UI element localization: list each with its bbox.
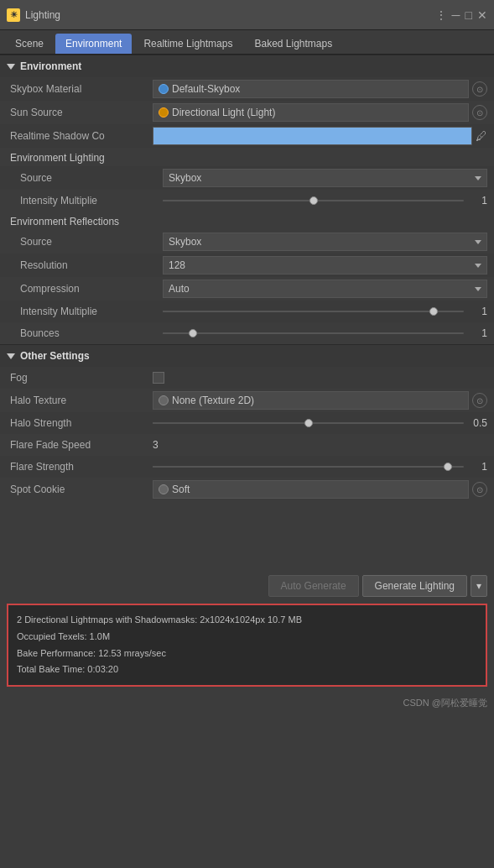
- environment-header-label: Environment: [20, 60, 81, 72]
- environment-header[interactable]: Environment: [0, 55, 494, 77]
- env-lighting-intensity-value: 1: [163, 195, 487, 207]
- tab-baked-lightmaps[interactable]: Baked Lightmaps: [244, 34, 342, 54]
- sun-target-button[interactable]: ⊙: [472, 105, 487, 120]
- env-refl-resolution-row: Resolution 128: [0, 254, 494, 277]
- sun-source-row: Sun Source Directional Light (Light) ⊙: [0, 101, 494, 124]
- env-refl-intensity-val: 1: [467, 306, 487, 317]
- halo-texture-value: None (Texture 2D) ⊙: [153, 391, 487, 410]
- env-refl-bounces-thumb: [189, 329, 197, 337]
- sun-source-label: Sun Source: [10, 107, 153, 118]
- fog-row: Fog: [0, 367, 494, 389]
- flare-strength-val: 1: [467, 461, 487, 473]
- flare-strength-label: Flare Strength: [10, 461, 153, 473]
- tab-realtime-lightmaps[interactable]: Realtime Lightmaps: [133, 34, 242, 54]
- spot-cookie-value: Soft ⊙: [153, 480, 487, 499]
- menu-icon[interactable]: ⋮: [435, 8, 447, 22]
- skybox-material-value: Default-Skybox ⊙: [153, 80, 487, 98]
- env-refl-intensity-thumb: [429, 307, 438, 316]
- other-settings-triangle: [7, 353, 15, 359]
- footer-text: CSDN @阿松爱睡觉: [403, 698, 487, 708]
- flare-strength-fill: [153, 466, 448, 468]
- flare-strength-slider[interactable]: [153, 466, 464, 468]
- environment-section: Environment Skybox Material Default-Skyb…: [0, 55, 494, 344]
- env-reflections-label: Environment Reflections: [0, 212, 494, 230]
- env-refl-bounces-row: Bounces 1: [0, 322, 494, 344]
- skybox-material-text: Default-Skybox: [172, 83, 240, 95]
- env-lighting-intensity-slider[interactable]: [163, 200, 464, 201]
- env-refl-source-row: Source Skybox: [0, 230, 494, 254]
- env-refl-source-value: Skybox: [163, 233, 487, 251]
- halo-strength-slider[interactable]: [153, 422, 464, 424]
- spot-cookie-dot: [159, 484, 169, 494]
- env-refl-source-label: Source: [20, 236, 163, 248]
- halo-texture-text: None (Texture 2D): [172, 395, 254, 406]
- fog-checkbox[interactable]: [153, 372, 164, 384]
- env-refl-resolution-text: 128: [169, 259, 185, 271]
- halo-strength-val: 0.5: [467, 417, 487, 429]
- spot-cookie-target-button[interactable]: ⊙: [472, 482, 487, 497]
- flare-fade-speed-text: 3: [153, 439, 159, 451]
- env-refl-source-arrow: [475, 240, 481, 244]
- halo-texture-field[interactable]: None (Texture 2D): [153, 391, 469, 410]
- tab-environment[interactable]: Environment: [55, 34, 132, 54]
- env-refl-intensity-value: 1: [163, 306, 487, 317]
- env-refl-bounces-slider[interactable]: [163, 332, 464, 334]
- halo-strength-row: Halo Strength 0.5: [0, 412, 494, 434]
- realtime-shadow-label: Realtime Shadow Co: [10, 130, 153, 142]
- collapse-triangle: [7, 64, 15, 70]
- halo-texture-target-button[interactable]: ⊙: [472, 393, 487, 408]
- flare-strength-value: 1: [153, 461, 487, 473]
- env-lighting-intensity-val: 1: [467, 195, 487, 207]
- env-refl-bounces-value: 1: [163, 327, 487, 339]
- env-refl-source-dropdown[interactable]: Skybox: [163, 233, 487, 251]
- eyedropper-icon[interactable]: 🖊: [476, 129, 487, 143]
- env-lighting-source-arrow: [475, 176, 481, 180]
- env-lighting-source-row: Source Skybox: [0, 166, 494, 190]
- env-refl-compression-row: Compression Auto: [0, 277, 494, 301]
- flare-strength-track: [153, 466, 464, 468]
- halo-texture-label: Halo Texture: [10, 395, 153, 406]
- env-refl-bounces-val: 1: [467, 327, 487, 339]
- env-refl-source-text: Skybox: [169, 236, 201, 248]
- sun-dot-icon: [159, 107, 169, 118]
- title-bar-left: ☀ Lighting: [7, 8, 60, 22]
- maximize-icon[interactable]: □: [465, 8, 472, 22]
- env-lighting-intensity-thumb: [309, 196, 318, 205]
- halo-texture-dot: [159, 395, 169, 405]
- spot-cookie-label: Spot Cookie: [10, 484, 153, 495]
- skybox-dot-icon: [159, 84, 169, 94]
- window-title: Lighting: [25, 9, 60, 21]
- tab-scene[interactable]: Scene: [5, 34, 54, 54]
- skybox-material-label: Skybox Material: [10, 83, 153, 95]
- minimize-icon[interactable]: ─: [452, 8, 460, 22]
- flare-fade-speed-row: Flare Fade Speed 3: [0, 434, 494, 456]
- spot-cookie-text: Soft: [172, 484, 190, 495]
- footer: CSDN @阿松爱睡觉: [0, 693, 494, 713]
- sun-source-field[interactable]: Directional Light (Light): [153, 103, 469, 122]
- spot-cookie-field[interactable]: Soft: [153, 480, 469, 499]
- close-icon[interactable]: ✕: [477, 8, 487, 22]
- realtime-shadow-color[interactable]: [153, 127, 472, 145]
- env-refl-resolution-dropdown[interactable]: 128: [163, 256, 487, 275]
- auto-generate-button[interactable]: Auto Generate: [268, 575, 359, 597]
- env-refl-compression-text: Auto: [169, 283, 190, 295]
- generate-lighting-button[interactable]: Generate Lighting: [362, 575, 467, 597]
- halo-strength-fill: [153, 422, 309, 424]
- halo-strength-label: Halo Strength: [10, 417, 153, 429]
- generate-lighting-arrow-button[interactable]: ▾: [471, 575, 487, 597]
- env-refl-bounces-label: Bounces: [20, 327, 163, 339]
- other-settings-header[interactable]: Other Settings: [0, 344, 494, 367]
- halo-strength-thumb: [304, 419, 313, 427]
- lighting-icon: ☀: [7, 8, 20, 22]
- skybox-material-field[interactable]: Default-Skybox: [153, 80, 469, 98]
- skybox-material-row: Skybox Material Default-Skybox ⊙: [0, 77, 494, 101]
- status-line1: 2 Directional Lightmaps with Shadowmasks…: [17, 612, 477, 629]
- skybox-target-button[interactable]: ⊙: [472, 81, 487, 97]
- env-lighting-source-dropdown[interactable]: Skybox: [163, 169, 487, 187]
- env-lighting-intensity-fill: [163, 200, 314, 201]
- env-refl-intensity-slider[interactable]: [163, 311, 464, 312]
- env-refl-compression-dropdown[interactable]: Auto: [163, 280, 487, 298]
- env-lighting-source-label: Source: [20, 172, 163, 184]
- title-bar-controls[interactable]: ⋮ ─ □ ✕: [435, 8, 487, 22]
- halo-strength-track: [153, 422, 464, 424]
